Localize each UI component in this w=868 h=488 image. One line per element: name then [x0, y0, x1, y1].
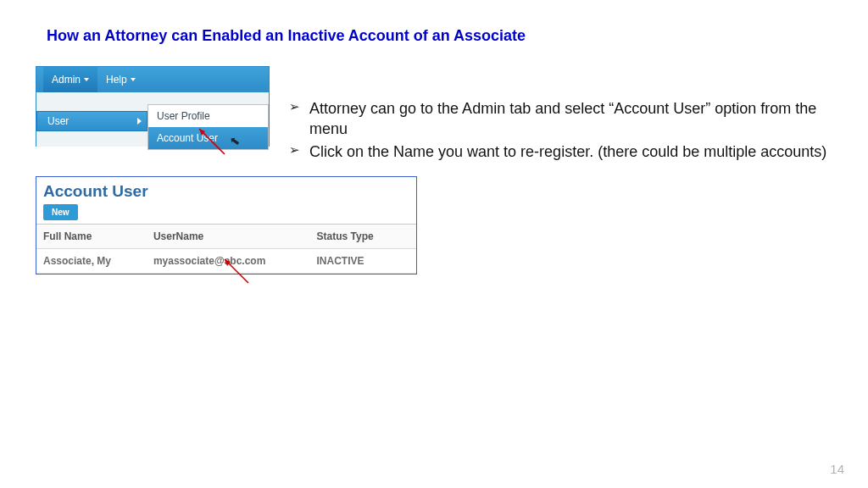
account-user-table: Full Name UserName Status Type Associate… — [36, 224, 416, 274]
instruction-item: Attorney can go to the Admin tab and sel… — [289, 98, 832, 140]
panel-header: Account User New — [36, 177, 416, 224]
menu-tab-admin-label: Admin — [52, 74, 81, 86]
cell-status: INACTIVE — [310, 249, 416, 274]
cell-full-name: Associate, My — [36, 249, 147, 274]
col-status[interactable]: Status Type — [310, 225, 416, 249]
submenu: User Profile Account User — [147, 104, 269, 150]
menu-tab-help[interactable]: Help — [97, 67, 144, 92]
instruction-list: Attorney can go to the Admin tab and sel… — [289, 98, 832, 164]
col-username[interactable]: UserName — [147, 225, 310, 249]
menu-bar: Admin Help — [36, 67, 269, 92]
slide-title: How an Attorney can Enabled an Inactive … — [47, 27, 526, 45]
instruction-item: Click on the Name you want to re-registe… — [289, 141, 832, 162]
submenu-item-user-profile[interactable]: User Profile — [148, 105, 268, 127]
caret-down-icon — [131, 78, 136, 81]
caret-down-icon — [84, 78, 89, 81]
menu-tab-help-label: Help — [106, 74, 127, 86]
new-button[interactable]: New — [43, 204, 78, 220]
chevron-right-icon — [137, 118, 142, 125]
menu-item-user-label: User — [47, 115, 69, 127]
table-row[interactable]: Associate, My myassociate@abc.com INACTI… — [36, 249, 416, 274]
account-user-panel-screenshot: Account User New Full Name UserName Stat… — [36, 176, 417, 274]
panel-title: Account User — [43, 182, 409, 201]
table-header-row: Full Name UserName Status Type — [36, 225, 416, 249]
menu-tab-admin[interactable]: Admin — [43, 67, 97, 92]
cursor-icon: ⬉ — [229, 133, 242, 148]
page-number: 14 — [830, 462, 844, 476]
col-full-name[interactable]: Full Name — [36, 225, 147, 249]
menu-item-user[interactable]: User — [36, 111, 147, 131]
cell-username: myassociate@abc.com — [147, 249, 310, 274]
submenu-item-account-user[interactable]: Account User — [148, 127, 268, 149]
